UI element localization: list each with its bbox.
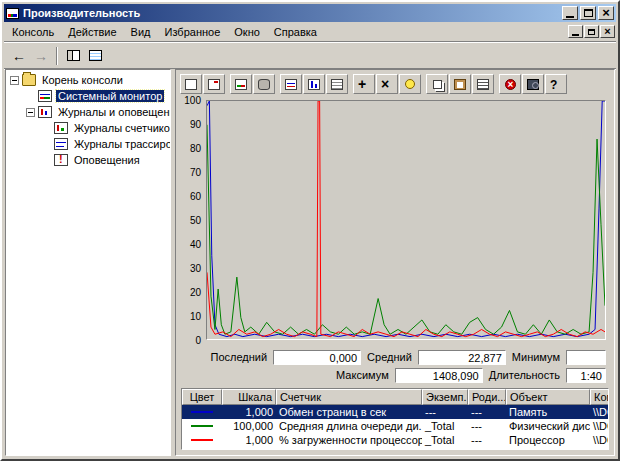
maximum-label: Максимум	[336, 369, 389, 381]
menu-bar: Консоль Действие Вид Избранное Окно Спра…	[4, 22, 616, 42]
mdi-restore-icon	[588, 29, 595, 35]
line-color-swatch	[191, 425, 213, 427]
logs-alerts-icon	[38, 106, 52, 118]
highlight-button[interactable]	[399, 74, 421, 94]
mdi-minimize-icon	[572, 34, 579, 36]
tree-item-console-root[interactable]: Корень консоли	[6, 72, 170, 88]
copy-properties-button[interactable]	[426, 74, 448, 94]
tree-item-label[interactable]: Системный монитор	[56, 90, 164, 102]
menu-help[interactable]: Справка	[267, 23, 324, 41]
new-counter-set-button[interactable]	[180, 74, 202, 94]
title-bar[interactable]: Производительность	[4, 4, 616, 22]
paste-counter-list-button[interactable]	[449, 74, 471, 94]
help-icon	[550, 79, 562, 90]
mdi-minimize-button[interactable]	[568, 25, 583, 38]
parent-cell: ---	[468, 433, 506, 447]
view-histogram-button[interactable]	[303, 74, 325, 94]
object-cell: Процессор	[506, 433, 590, 447]
forward-button[interactable]: →	[30, 45, 52, 67]
object-cell: Память	[506, 405, 590, 419]
system-monitor-toolbar	[180, 72, 612, 96]
tree-item-label[interactable]: Журналы трассировки	[72, 138, 170, 150]
average-value: 22,877	[418, 350, 506, 365]
column-header-parent[interactable]: Роди...	[468, 389, 506, 405]
close-button[interactable]	[598, 6, 614, 20]
scale-cell: 100,000	[222, 419, 276, 433]
view-report-button[interactable]	[326, 74, 348, 94]
view-log-data-button[interactable]	[253, 74, 275, 94]
duration-label: Длительность	[489, 369, 560, 381]
histogram-icon	[308, 79, 320, 90]
mdi-restore-button[interactable]	[584, 25, 599, 38]
show-hide-console-tree-button[interactable]	[62, 45, 84, 67]
value-bar-row-2: Максимум 1408,090 Длительность 1:40	[184, 366, 606, 384]
update-data-button[interactable]	[522, 74, 544, 94]
tree-item-label[interactable]: Корень консоли	[40, 74, 125, 86]
parent-cell: ---	[468, 419, 506, 433]
tree-item-label[interactable]: Журналы и оповещения прои	[56, 106, 170, 118]
scale-cell: 1,000	[222, 433, 276, 447]
counter-cell: Обмен страниц в сек	[276, 405, 422, 419]
report-icon	[331, 79, 343, 90]
line-color-swatch	[191, 439, 213, 441]
y-tick-label: 90	[190, 119, 201, 130]
y-tick-label: 10	[190, 311, 201, 322]
chart-plot	[207, 101, 605, 339]
tree-item-counter-logs[interactable]: Журналы счетчиков	[6, 120, 170, 136]
view-current-activity-button[interactable]	[230, 74, 252, 94]
chart-plot-frame	[206, 100, 606, 340]
menu-konsol[interactable]: Консоль	[5, 23, 61, 41]
mdi-close-button[interactable]	[600, 25, 615, 38]
add-counter-button[interactable]	[353, 74, 375, 94]
y-tick-label: 30	[190, 263, 201, 274]
expander-icon[interactable]	[26, 108, 35, 117]
paste-icon	[454, 79, 466, 90]
computer-cell: \\DC1	[590, 433, 609, 447]
column-header-counter[interactable]: Счетчик	[276, 389, 422, 405]
export-list-icon	[89, 50, 102, 61]
expander-icon[interactable]	[10, 76, 19, 85]
line-color-swatch	[191, 411, 213, 413]
delete-counter-button[interactable]	[376, 74, 398, 94]
counter-cell: Средняя длина очереди ди...	[276, 419, 422, 433]
last-value: 0,000	[273, 350, 361, 365]
export-list-button[interactable]	[84, 45, 106, 67]
help-button[interactable]	[545, 74, 567, 94]
menu-favorites[interactable]: Избранное	[158, 23, 228, 41]
column-header-instance[interactable]: Экземп...	[422, 389, 468, 405]
tree-item-logs-alerts[interactable]: Журналы и оповещения прои	[6, 104, 170, 120]
column-header-scale[interactable]: Шкала	[222, 389, 276, 405]
duration-value: 1:40	[566, 368, 606, 383]
counter-row-disk-queue[interactable]: 100,000 Средняя длина очереди ди... _Tot…	[182, 419, 608, 433]
column-header-color[interactable]: Цвет	[182, 389, 222, 405]
system-monitor-icon	[38, 90, 52, 102]
clear-display-button[interactable]	[203, 74, 225, 94]
back-button[interactable]: ←	[8, 45, 30, 67]
add-icon	[358, 79, 370, 90]
counter-legend: Цвет Шкала Счетчик Экземп... Роди... Объ…	[181, 388, 609, 450]
y-tick-label: 20	[190, 287, 201, 298]
console-tree: Корень консоли Системный монитор Журналы…	[5, 69, 171, 456]
nav-toolbar: ← →	[4, 43, 616, 69]
tree-item-system-monitor[interactable]: Системный монитор	[6, 88, 170, 104]
counter-row-pages-sec[interactable]: 1,000 Обмен страниц в сек --- --- Память…	[182, 405, 608, 419]
menu-action[interactable]: Действие	[61, 23, 123, 41]
folder-icon	[22, 74, 36, 86]
maximize-button[interactable]	[580, 6, 596, 20]
menu-view[interactable]: Вид	[124, 23, 158, 41]
freeze-display-button[interactable]	[499, 74, 521, 94]
minimize-button[interactable]	[562, 6, 578, 20]
menu-window[interactable]: Окно	[227, 23, 267, 41]
view-graph-button[interactable]	[280, 74, 302, 94]
counter-row-processor-time[interactable]: 1,000 % загруженности процессора _Total …	[182, 433, 608, 447]
graph-icon	[285, 79, 297, 90]
highlight-bulb-icon	[405, 79, 415, 89]
column-header-computer[interactable]: Компьют	[590, 389, 609, 405]
tree-item-label[interactable]: Журналы счетчиков	[72, 122, 170, 134]
properties-button[interactable]	[472, 74, 494, 94]
tree-item-alerts[interactable]: Оповещения	[6, 152, 170, 168]
instance-cell: _Total	[422, 433, 468, 447]
tree-item-trace-logs[interactable]: Журналы трассировки	[6, 136, 170, 152]
column-header-object[interactable]: Объект	[506, 389, 590, 405]
tree-item-label[interactable]: Оповещения	[72, 154, 142, 166]
